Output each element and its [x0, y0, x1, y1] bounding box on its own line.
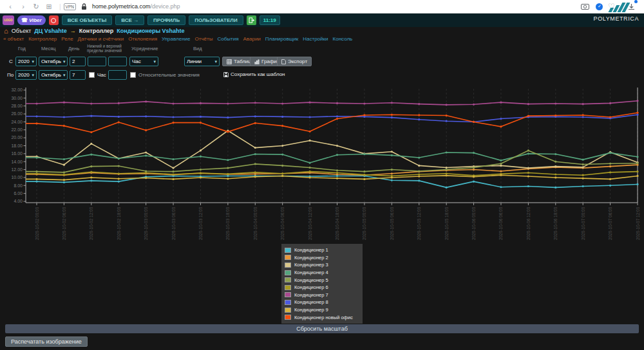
report-filters: Год Месяц День Нижний и верхний пределы …: [0, 42, 644, 85]
pin-app-icon[interactable]: [49, 15, 59, 25]
nav-item-alarms[interactable]: Аварии: [243, 36, 260, 42]
nav-item-deviations[interactable]: Отклонения: [128, 36, 157, 42]
legend-item[interactable]: Кондиционер 9: [285, 306, 359, 314]
breadcrumb-controller-label: Контроллер: [79, 28, 113, 34]
bar-chart-icon: [254, 59, 260, 64]
all-menu-button[interactable]: ВСЕ →: [115, 15, 144, 25]
camera-icon[interactable]: [580, 1, 590, 12]
legend-item[interactable]: Кондиционер 3: [285, 261, 359, 269]
reload-icon[interactable]: ↻: [31, 1, 41, 12]
tab-groups-icon[interactable]: ⊞: [44, 1, 54, 12]
svg-text:2020-10-05 00:00: 2020-10-05 00:00: [362, 207, 366, 240]
browser-chrome: ‹ › ↻ ⊞ | VPN home.polymetrica.com/devic…: [0, 0, 644, 14]
legend-swatch: [285, 315, 291, 320]
svg-text:2020-10-05 12:00: 2020-10-05 12:00: [417, 207, 421, 240]
svg-text:4.00: 4.00: [14, 199, 23, 203]
nav-item-controller[interactable]: Контроллер: [28, 36, 57, 42]
nav-item-console[interactable]: Консоль: [333, 36, 353, 42]
svg-text:2020-10-02 18:00: 2020-10-02 18:00: [117, 207, 121, 240]
lock-icon[interactable]: [79, 1, 90, 12]
exit-icon[interactable]: [247, 15, 256, 25]
relative-values-label: Относительные значения: [138, 72, 200, 78]
legend-item[interactable]: Кондиционер 2: [285, 254, 359, 262]
forward-icon[interactable]: ›: [18, 1, 28, 12]
svg-text:24.00: 24.00: [11, 120, 23, 124]
svg-text:2020-10-06 00:00: 2020-10-06 00:00: [471, 207, 476, 240]
nav-item-reports[interactable]: Отчёты: [195, 36, 213, 42]
breadcrumb-object-link[interactable]: ДЦ Vshahte: [34, 28, 67, 34]
hour-checkbox[interactable]: [89, 72, 95, 78]
relative-values-checkbox[interactable]: [130, 72, 136, 78]
nav-item-object[interactable]: « объект: [3, 36, 24, 42]
svg-text:16.00: 16.00: [11, 151, 23, 156]
profile-button[interactable]: ПРОФИЛЬ: [147, 15, 185, 25]
nav-item-sensors[interactable]: Датчики и счётчики: [78, 36, 124, 42]
from-year-select[interactable]: 2020▾: [15, 57, 37, 66]
limit-high-input[interactable]: [108, 57, 127, 66]
back-icon[interactable]: ‹: [5, 1, 15, 12]
legend-swatch: [285, 255, 291, 260]
print-image-button[interactable]: Распечатать изображение: [5, 336, 88, 347]
nav-item-settings[interactable]: Настройки: [303, 36, 328, 42]
to-month-select[interactable]: Октябрь▾: [39, 70, 68, 80]
site-logo-badge[interactable]: LOGO: [3, 15, 14, 25]
reset-zoom-button[interactable]: Сбросить масштаб: [5, 324, 639, 333]
from-label: С: [9, 59, 13, 64]
legend-item[interactable]: Кондиционер 1: [285, 246, 359, 254]
to-day-input[interactable]: [70, 70, 86, 80]
users-button[interactable]: ПОЛЬЗОВАТЕЛИ: [189, 15, 243, 25]
nav-item-relays[interactable]: Реле: [61, 36, 73, 42]
breadcrumb-arrow: →: [70, 28, 76, 34]
app-toolbar: LOGO ☎Viber ВСЕ ОБЪЕКТЫ ВСЕ → ПРОФИЛЬ ПО…: [0, 14, 644, 27]
limit-low-input[interactable]: [88, 57, 106, 66]
svg-text:2020-10-04 00:00: 2020-10-04 00:00: [253, 207, 258, 240]
legend-item[interactable]: Кондиционер 6: [285, 284, 359, 291]
day-label: День: [68, 46, 79, 51]
url-bar[interactable]: home.polymetrica.com/device.php: [92, 3, 180, 10]
breadcrumb-object-label: Объект: [12, 28, 32, 34]
to-year-select[interactable]: 2020▾: [15, 70, 37, 80]
legend-swatch: [285, 292, 291, 297]
nav-item-scheduler[interactable]: Планировщик: [265, 36, 298, 42]
vpn-badge[interactable]: VPN: [64, 3, 76, 10]
svg-text:2020-10-05 18:00: 2020-10-05 18:00: [444, 207, 449, 240]
chevron-down-icon: ▾: [63, 59, 66, 64]
view-mode-select[interactable]: Линии▾: [184, 57, 220, 66]
legend-item[interactable]: Кондиционер 7: [285, 291, 359, 299]
svg-text:18.00: 18.00: [11, 143, 23, 148]
svg-text:2020-10-06 06:00: 2020-10-06 06:00: [498, 207, 503, 240]
table-icon: [227, 59, 232, 64]
nav-item-control[interactable]: Управление: [162, 36, 190, 42]
breadcrumb-device-link[interactable]: Кондиционеры Vshahte: [117, 28, 184, 34]
all-objects-button[interactable]: ВСЕ ОБЪЕКТЫ: [62, 15, 113, 25]
chevron-down-icon: ▾: [32, 59, 34, 64]
view-label: Вид: [193, 46, 202, 51]
legend-item[interactable]: Кондиционер 8: [285, 299, 359, 306]
to-label: По: [7, 72, 14, 78]
viber-button[interactable]: ☎Viber: [17, 15, 46, 25]
svg-text:12.00: 12.00: [11, 167, 23, 172]
legend-item[interactable]: Кондиционер новый офис: [285, 313, 359, 321]
home-icon[interactable]: ⌂: [4, 28, 8, 34]
svg-text:2020-10-06 12:00: 2020-10-06 12:00: [526, 207, 531, 240]
timeseries-chart[interactable]: 2020-10-02 00:002020-10-02 06:002020-10-…: [0, 85, 644, 243]
export-button[interactable]: Экспорт: [277, 57, 312, 66]
averaging-select[interactable]: Час▾: [129, 57, 158, 66]
nav-item-events[interactable]: События: [217, 36, 238, 42]
save-template-button[interactable]: Сохранить как шаблон: [223, 71, 285, 77]
hour-checkbox-label: Час: [97, 72, 106, 78]
chevron-down-icon: ▾: [32, 73, 34, 78]
file-icon: [281, 59, 286, 64]
to-hour-input[interactable]: [108, 70, 127, 80]
breadcrumb: ⌂ Объект ДЦ Vshahte → Контроллер Кондици…: [0, 27, 644, 35]
legend-item[interactable]: Кондиционер 5: [285, 276, 359, 284]
svg-text:2020-10-07 12:00: 2020-10-07 12:00: [636, 207, 640, 240]
from-month-select[interactable]: Октябрь▾: [39, 57, 68, 66]
chart-canvas[interactable]: 2020-10-02 00:002020-10-02 06:002020-10-…: [0, 85, 644, 243]
svg-text:22.00: 22.00: [11, 127, 23, 132]
legend-swatch: [285, 270, 291, 275]
svg-text:2020-10-04 12:00: 2020-10-04 12:00: [308, 207, 312, 240]
svg-text:2020-10-03 00:00: 2020-10-03 00:00: [144, 207, 148, 240]
from-day-input[interactable]: [70, 57, 86, 66]
legend-item[interactable]: Кондиционер 4: [285, 269, 359, 277]
